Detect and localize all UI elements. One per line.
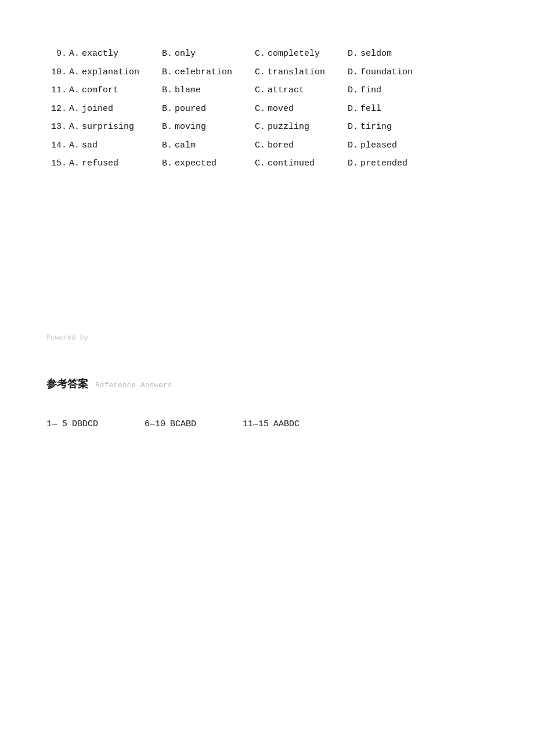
option-label: B. bbox=[162, 65, 172, 80]
option-text: pleased bbox=[360, 138, 397, 153]
option-a: A.refused bbox=[69, 156, 162, 171]
question-row: 13.A.surprisingB.movingC.puzzlingD.tirin… bbox=[46, 120, 488, 135]
option-d: D.pleased bbox=[348, 138, 423, 153]
answer-range: 11—15 bbox=[243, 416, 269, 432]
option-label: D. bbox=[348, 138, 358, 153]
option-label: C. bbox=[255, 65, 265, 80]
answer-title: 参考答案 bbox=[46, 377, 88, 391]
option-label: C. bbox=[255, 156, 265, 171]
option-text: refused bbox=[82, 156, 118, 171]
option-text: joined bbox=[82, 102, 113, 117]
option-text: moved bbox=[268, 102, 294, 117]
option-text: continued bbox=[268, 156, 315, 171]
option-b: B.expected bbox=[162, 156, 255, 171]
option-c: C.completely bbox=[255, 46, 348, 62]
option-label: B. bbox=[162, 83, 172, 98]
option-text: only bbox=[175, 46, 196, 62]
option-d: D.fell bbox=[348, 102, 423, 117]
option-text: surprising bbox=[82, 120, 134, 135]
answer-value: AABDC bbox=[273, 416, 300, 432]
answer-range: 1— 5 bbox=[46, 416, 67, 432]
option-label: C. bbox=[255, 138, 265, 153]
option-text: attract bbox=[268, 83, 304, 98]
watermark: Powered by bbox=[46, 334, 488, 342]
option-label: B. bbox=[162, 156, 172, 171]
option-label: B. bbox=[162, 120, 172, 135]
question-number: 14. bbox=[46, 138, 67, 153]
option-label: D. bbox=[348, 156, 358, 171]
option-c: C.attract bbox=[255, 83, 348, 98]
option-d: D.tiring bbox=[348, 120, 423, 135]
answer-group: 11—15AABDC bbox=[243, 416, 300, 432]
option-text: puzzling bbox=[268, 120, 309, 135]
option-d: D.seldom bbox=[348, 46, 423, 62]
option-text: foundation bbox=[360, 65, 413, 80]
option-label: A. bbox=[69, 138, 80, 153]
question-row: 15.A.refusedB.expectedC.continuedD.prete… bbox=[46, 156, 488, 171]
option-text: celebration bbox=[175, 65, 232, 80]
option-label: D. bbox=[348, 102, 358, 117]
option-c: C.moved bbox=[255, 102, 348, 117]
option-c: C.bored bbox=[255, 138, 348, 153]
option-text: bored bbox=[268, 138, 294, 153]
option-d: D.find bbox=[348, 83, 423, 98]
option-b: B.moving bbox=[162, 120, 255, 135]
answer-value: BCABD bbox=[170, 416, 196, 432]
option-text: calm bbox=[175, 138, 196, 153]
option-text: find bbox=[360, 83, 381, 98]
option-label: C. bbox=[255, 83, 265, 98]
option-text: expected bbox=[175, 156, 217, 171]
option-text: pretended bbox=[360, 156, 407, 171]
option-label: B. bbox=[162, 138, 172, 153]
option-a: A.explanation bbox=[69, 65, 162, 80]
option-text: seldom bbox=[360, 46, 392, 62]
option-label: C. bbox=[255, 46, 265, 62]
option-b: B.poured bbox=[162, 102, 255, 117]
option-text: explanation bbox=[82, 65, 139, 80]
option-a: A.surprising bbox=[69, 120, 162, 135]
option-text: tiring bbox=[360, 120, 392, 135]
option-text: comfort bbox=[82, 83, 118, 98]
question-row: 12.A.joinedB.pouredC.movedD.fell bbox=[46, 102, 488, 117]
option-label: A. bbox=[69, 83, 80, 98]
option-label: C. bbox=[255, 120, 265, 135]
option-b: B.calm bbox=[162, 138, 255, 153]
option-b: B.only bbox=[162, 46, 255, 62]
question-row: 10.A.explanationB.celebrationC.translati… bbox=[46, 65, 488, 80]
option-a: A.exactly bbox=[69, 46, 162, 62]
question-row: 14.A.sadB.calmC.boredD.pleased bbox=[46, 138, 488, 153]
option-label: D. bbox=[348, 83, 358, 98]
option-text: moving bbox=[175, 120, 206, 135]
answer-subtitle: Reference Answers bbox=[95, 381, 172, 390]
question-number: 13. bbox=[46, 120, 67, 135]
option-c: C.puzzling bbox=[255, 120, 348, 135]
answer-row: 1— 5DBDCD6—10BCABD11—15AABDC bbox=[46, 416, 488, 432]
option-label: C. bbox=[255, 102, 265, 117]
option-text: translation bbox=[268, 65, 325, 80]
option-a: A.sad bbox=[69, 138, 162, 153]
option-label: D. bbox=[348, 46, 358, 62]
option-c: C.continued bbox=[255, 156, 348, 171]
question-number: 10. bbox=[46, 65, 67, 80]
option-text: exactly bbox=[82, 46, 118, 62]
option-label: A. bbox=[69, 120, 80, 135]
option-label: A. bbox=[69, 102, 80, 117]
option-c: C.translation bbox=[255, 65, 348, 80]
option-label: A. bbox=[69, 65, 80, 80]
answer-group: 6—10BCABD bbox=[145, 416, 196, 432]
questions-section: 9.A.exactlyB.onlyC.completelyD.seldom10.… bbox=[46, 46, 488, 171]
option-text: completely bbox=[268, 46, 320, 62]
option-label: A. bbox=[69, 46, 80, 62]
option-a: A.joined bbox=[69, 102, 162, 117]
answer-group: 1— 5DBDCD bbox=[46, 416, 98, 432]
question-row: 11.A.comfortB.blameC.attractD.find bbox=[46, 83, 488, 98]
option-a: A.comfort bbox=[69, 83, 162, 98]
option-text: sad bbox=[82, 138, 98, 153]
answer-section: 参考答案 Reference Answers 1— 5DBDCD6—10BCAB… bbox=[46, 377, 488, 432]
option-text: fell bbox=[360, 102, 381, 117]
answer-value: DBDCD bbox=[72, 416, 98, 432]
option-label: B. bbox=[162, 46, 172, 62]
option-text: poured bbox=[175, 102, 206, 117]
option-label: D. bbox=[348, 65, 358, 80]
option-text: blame bbox=[175, 83, 201, 98]
